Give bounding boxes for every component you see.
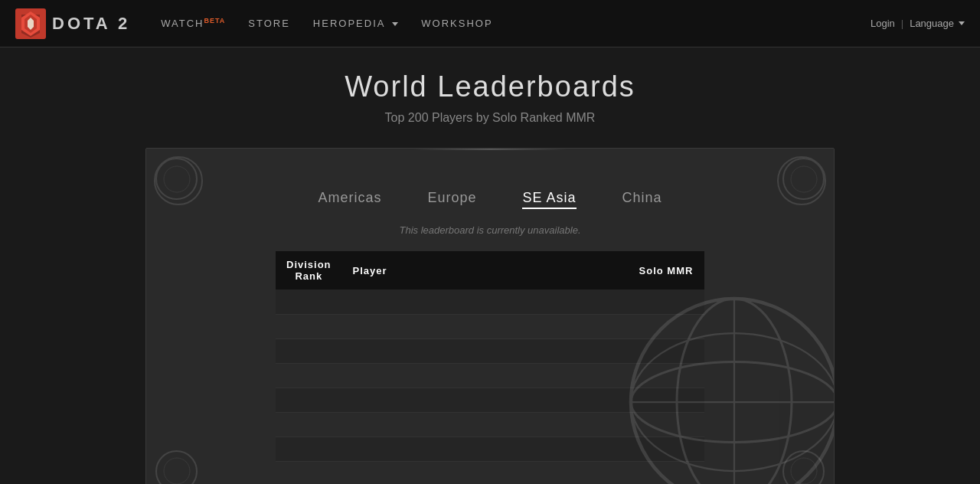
table-row [276, 363, 704, 388]
dota-logo-icon [15, 8, 46, 39]
main-content: World Leaderboards Top 200 Players by So… [0, 47, 980, 484]
leaderboard-tbody [276, 289, 704, 484]
navbar: DOTA 2 WATCHBETA STORE HEROPEDIA WORKSHO… [0, 0, 980, 47]
page-subtitle: Top 200 Players by Solo Ranked MMR [385, 111, 596, 125]
nav-store[interactable]: STORE [248, 18, 290, 29]
heropedia-dropdown-icon [392, 22, 398, 26]
cell-mmr [628, 388, 704, 412]
cell-mmr [628, 338, 704, 363]
col-rank: DivisionRank [276, 251, 342, 289]
cell-mmr [628, 289, 704, 314]
tab-china[interactable]: China [622, 187, 662, 209]
region-tabs: Americas Europe SE Asia China [162, 187, 818, 209]
unavailable-message: This leaderboard is currently unavailabl… [162, 224, 818, 236]
nav-watch[interactable]: WATCHBETA [161, 17, 225, 29]
cell-player [342, 437, 628, 461]
table-header-row: DivisionRank Player Solo MMR [276, 251, 704, 289]
logo-area[interactable]: DOTA 2 [15, 8, 130, 39]
nav-right: Login | Language [871, 18, 965, 29]
table-row [276, 314, 704, 338]
cell-player [342, 363, 628, 388]
leaderboard-table: DivisionRank Player Solo MMR [276, 251, 704, 484]
cell-mmr [628, 461, 704, 484]
corner-ornament-tr [782, 158, 825, 200]
cell-player [342, 314, 628, 338]
cell-rank [276, 363, 342, 388]
table-row [276, 437, 704, 461]
cell-rank [276, 437, 342, 461]
tab-americas[interactable]: Americas [318, 187, 381, 209]
col-mmr: Solo MMR [628, 251, 704, 289]
cell-player [342, 289, 628, 314]
tab-se-asia[interactable]: SE Asia [522, 187, 576, 209]
table-row [276, 388, 704, 412]
leaderboard-panel: Americas Europe SE Asia China This leade… [145, 148, 835, 484]
cell-mmr [628, 363, 704, 388]
cell-rank [276, 314, 342, 338]
cell-mmr [628, 314, 704, 338]
login-link[interactable]: Login [871, 18, 895, 29]
cell-player [342, 338, 628, 363]
table-row [276, 412, 704, 437]
nav-heropedia[interactable]: HEROPEDIA [313, 18, 398, 29]
page-title: World Leaderboards [345, 70, 635, 103]
cell-player [342, 461, 628, 484]
col-player: Player [342, 251, 628, 289]
cell-rank [276, 289, 342, 314]
logo-text: DOTA 2 [52, 14, 130, 34]
language-selector[interactable]: Language [910, 18, 965, 29]
corner-ornament-bl [155, 450, 198, 485]
table-row [276, 461, 704, 484]
beta-badge: BETA [204, 17, 225, 25]
nav-workshop[interactable]: WORKSHOP [421, 18, 492, 29]
nav-separator: | [901, 18, 903, 29]
tab-europe[interactable]: Europe [427, 187, 476, 209]
top-decoration [413, 149, 567, 153]
table-row [276, 289, 704, 314]
nav-links: WATCHBETA STORE HEROPEDIA WORKSHOP [161, 17, 871, 29]
cell-rank [276, 412, 342, 437]
cell-mmr [628, 437, 704, 461]
corner-ornament-tl [155, 158, 198, 200]
corner-ornament-br [782, 450, 825, 485]
table-row [276, 338, 704, 363]
cell-player [342, 412, 628, 437]
cell-mmr [628, 412, 704, 437]
cell-rank [276, 338, 342, 363]
cell-rank [276, 388, 342, 412]
language-dropdown-icon [959, 21, 965, 25]
cell-player [342, 388, 628, 412]
cell-rank [276, 461, 342, 484]
